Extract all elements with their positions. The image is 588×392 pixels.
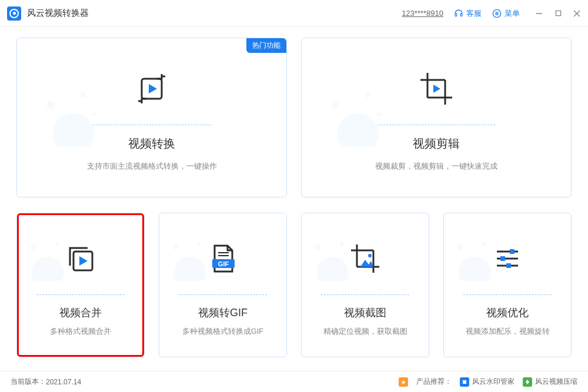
decoration-dots-icon xyxy=(449,234,496,281)
divider xyxy=(321,294,409,295)
svg-rect-0 xyxy=(455,14,457,16)
svg-point-16 xyxy=(337,113,378,147)
card-video-edit[interactable]: 视频剪辑 视频裁剪，视频剪辑，一键快速完成 xyxy=(301,38,572,197)
product-link-compress[interactable]: 风云视频压缩 xyxy=(523,377,577,387)
main-content: 热门功能 视频转换 支持市面主流视频格式转换，一键操作 xyxy=(0,27,588,371)
app-title: 风云视频转换器 xyxy=(27,8,402,19)
svg-rect-52 xyxy=(500,256,505,261)
product1-icon xyxy=(460,377,469,387)
recommend-label: 产品推荐： xyxy=(416,377,452,387)
maximize-icon xyxy=(555,10,562,16)
card-desc: 多种格式视频合并 xyxy=(50,327,111,337)
svg-point-25 xyxy=(32,256,64,281)
decoration-dots-icon xyxy=(306,234,353,281)
divider xyxy=(377,125,495,125)
svg-point-26 xyxy=(31,244,36,250)
svg-point-45 xyxy=(368,254,372,257)
svg-marker-57 xyxy=(526,380,529,384)
svg-point-17 xyxy=(331,101,339,109)
svg-point-48 xyxy=(482,242,486,245)
svg-point-10 xyxy=(52,113,93,147)
card-video-optimize[interactable]: 视频优化 视频添加配乐，视频旋转 xyxy=(443,213,572,357)
menu-label: 菜单 xyxy=(505,8,520,19)
decoration-dots-icon xyxy=(322,82,387,147)
product-link-watermark[interactable]: 风云水印管家 xyxy=(460,377,514,387)
card-desc: 支持市面主流视频格式转换，一键操作 xyxy=(87,161,217,172)
svg-rect-1 xyxy=(460,14,462,16)
card-title: 视频转GIF xyxy=(198,306,248,320)
menu-button[interactable]: 菜单 xyxy=(492,8,520,19)
svg-text:GIF: GIF xyxy=(218,260,229,267)
decoration-dots-icon xyxy=(22,234,69,281)
svg-marker-29 xyxy=(79,256,88,266)
card-video-convert[interactable]: 热门功能 视频转换 支持市面主流视频格式转换，一键操作 xyxy=(16,38,287,197)
card-video-gif[interactable]: GIF 视频转GIF 多种视频格式转换成GIF xyxy=(159,213,287,357)
user-id-link[interactable]: 123****8910 xyxy=(402,9,443,18)
card-title: 视频截图 xyxy=(344,306,386,320)
close-button[interactable] xyxy=(573,9,581,18)
merge-icon xyxy=(63,241,98,276)
decoration-dots-icon xyxy=(38,82,102,147)
svg-point-38 xyxy=(315,244,321,250)
divider xyxy=(179,294,267,295)
card-desc: 多种视频格式转换成GIF xyxy=(182,327,263,337)
svg-point-12 xyxy=(81,93,86,98)
svg-rect-50 xyxy=(510,249,514,254)
card-video-merge[interactable]: 视频合并 多种格式视频合并 xyxy=(16,213,145,357)
svg-point-31 xyxy=(173,244,179,250)
decoration-dots-icon xyxy=(164,234,211,281)
svg-rect-56 xyxy=(463,380,466,384)
svg-point-19 xyxy=(377,113,382,117)
card-desc: 视频裁剪，视频剪辑，一键快速完成 xyxy=(375,161,497,172)
svg-point-27 xyxy=(55,242,59,245)
svg-marker-55 xyxy=(401,380,406,384)
convert-icon xyxy=(131,68,172,109)
card-title: 视频优化 xyxy=(486,306,529,320)
product1-label: 风云水印管家 xyxy=(472,377,514,387)
headset-icon xyxy=(454,9,463,18)
support-label: 客服 xyxy=(466,8,482,19)
card-title: 视频剪辑 xyxy=(413,136,460,152)
svg-point-47 xyxy=(457,244,463,250)
svg-rect-54 xyxy=(506,263,511,268)
divider xyxy=(463,294,552,295)
card-desc: 精确定位视频，获取截图 xyxy=(323,327,407,337)
card-desc: 视频添加配乐，视频旋转 xyxy=(466,327,550,337)
screenshot-icon xyxy=(348,241,383,276)
version-label: 当前版本： xyxy=(11,377,46,387)
svg-point-11 xyxy=(46,101,54,109)
svg-rect-7 xyxy=(556,11,560,15)
footer: 当前版本： 2021.07.14 产品推荐： 风云水印管家 风云视频压缩 xyxy=(0,371,588,392)
svg-point-39 xyxy=(340,242,343,245)
svg-point-13 xyxy=(93,113,97,117)
svg-marker-24 xyxy=(433,85,440,93)
svg-point-32 xyxy=(198,242,201,245)
svg-point-37 xyxy=(316,256,348,281)
divider xyxy=(93,125,211,125)
card-title: 视频合并 xyxy=(59,306,102,320)
svg-point-46 xyxy=(459,256,490,281)
svg-point-30 xyxy=(174,256,206,281)
close-icon xyxy=(573,10,580,17)
minimize-icon xyxy=(536,10,543,17)
maximize-button[interactable] xyxy=(554,9,562,18)
product2-icon xyxy=(523,377,532,387)
recommend-icon xyxy=(399,377,408,387)
hot-badge: 热门功能 xyxy=(246,38,286,53)
gif-file-icon: GIF xyxy=(205,241,240,276)
sliders-icon xyxy=(490,241,525,276)
app-logo-icon xyxy=(7,6,21,21)
card-video-screenshot[interactable]: 视频截图 精确定位视频，获取截图 xyxy=(301,213,429,357)
crop-icon xyxy=(416,68,457,109)
product2-label: 风云视频压缩 xyxy=(535,377,577,387)
svg-marker-15 xyxy=(149,84,157,93)
divider xyxy=(36,294,125,295)
card-title: 视频转换 xyxy=(128,136,175,152)
minimize-button[interactable] xyxy=(535,9,543,18)
menu-list-icon xyxy=(492,9,502,18)
titlebar: 风云视频转换器 123****8910 客服 菜单 xyxy=(0,0,588,27)
version-value: 2021.07.14 xyxy=(46,378,81,386)
svg-point-18 xyxy=(365,93,370,98)
svg-marker-44 xyxy=(360,260,373,267)
support-button[interactable]: 客服 xyxy=(454,8,482,19)
